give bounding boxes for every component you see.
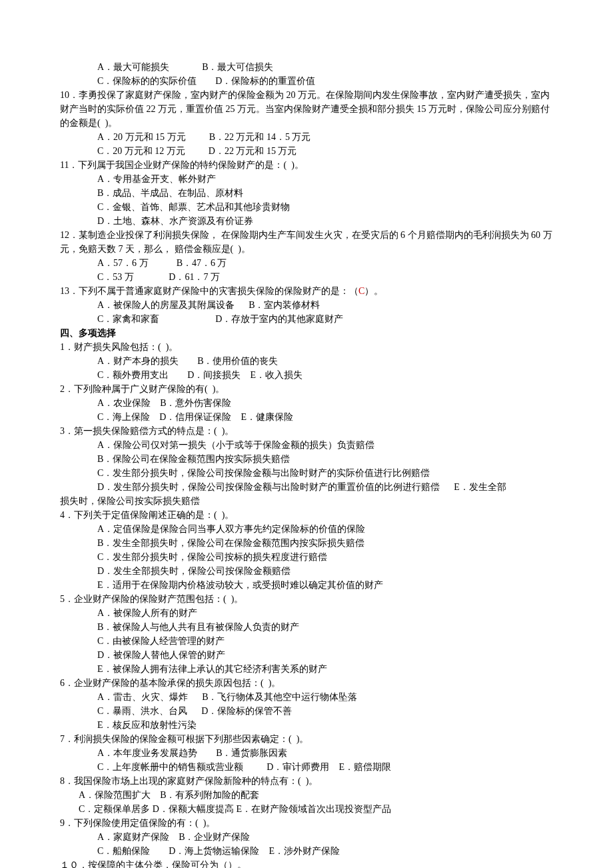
q10-opt-line1: A．20 万元和 15 万元 B．22 万元和 14．5 万元 — [60, 130, 553, 144]
q10-opt-line2: C．20 万元和 12 万元 D．22 万元和 15 万元 — [60, 144, 553, 158]
m3-opt-c: C．发生部分损失时，保险公司按保险金额与出险时财产的实际价值进行比例赔偿 — [60, 466, 553, 480]
m7-opt-line1: A．本年度业务发展趋势 B．通货膨胀因素 — [60, 746, 553, 760]
m5-opt-e: E．被保险人拥有法律上承认的其它经济利害关系的财产 — [60, 662, 553, 676]
m6-stem: 6．企业财产保险的基本险承保的损失原因包括：( )。 — [60, 676, 553, 690]
m2-opt-line1: A．农业保险 B．意外伤害保险 — [60, 396, 553, 410]
m9-opt-line2: C．船舶保险 D．海上货物运输保险 E．涉外财产保险 — [60, 844, 553, 858]
m4-opt-c: C．发生部分损失时，保险公司按标的损失程度进行赔偿 — [60, 550, 553, 564]
m6-opt-line2: C．暴雨、洪水、台风 D．保险标的保管不善 — [60, 704, 553, 718]
m2-opt-line2: C．海上保险 D．信用保证保险 E．健康保险 — [60, 410, 553, 424]
m3-stem: 3．第一损失保险赔偿方式的特点是：( )。 — [60, 424, 553, 438]
m5-opt-c: C．由被保险人经营管理的财产 — [60, 634, 553, 648]
m9-stem: 9．下列保险使用定值保险的有：( )。 — [60, 816, 553, 830]
m6-opt-line1: A．雷击、火灾、爆炸 B．飞行物体及其他空中运行物体坠落 — [60, 690, 553, 704]
section4-heading: 四、多项选择 — [60, 326, 553, 340]
q10-stem: 10．李勇投保了家庭财产保险，室内财产的保险金额为 20 万元。在保险期间内发生… — [60, 88, 553, 130]
m4-opt-d: D．发生全部损失时，保险公司按保险金额赔偿 — [60, 564, 553, 578]
m1-stem: 1．财产损失风险包括：( )。 — [60, 340, 553, 354]
m5-opt-a: A．被保险人所有的财产 — [60, 606, 553, 620]
m9-opt-line1: A．家庭财产保险 B．企业财产保险 — [60, 830, 553, 844]
m7-stem: 7．利润损失保险的保险金额可根据下列那些因素确定：( )。 — [60, 732, 553, 746]
q9-opt-line1: A．最大可能损失 B．最大可信损失 — [60, 60, 553, 74]
m4-opt-a: A．定值保险是保险合同当事人双方事先约定保险标的价值的保险 — [60, 522, 553, 536]
m4-opt-b: B．发生全部损失时，保险公司在保险金额范围内按实际损失赔偿 — [60, 536, 553, 550]
q11-stem: 11．下列属于我国企业财产保险的特约保险财产的是：( )。 — [60, 158, 553, 172]
m1-opt-line2: C．额外费用支出 D．间接损失 E．收入损失 — [60, 368, 553, 382]
m8-opt-line1: A．保险范围扩大 B．有系列附加险的配套 — [60, 788, 553, 802]
q11-opt-a: A．专用基金开支、帐外财产 — [60, 172, 553, 186]
m3-opt-e-tail: 损失时，保险公司按实际损失赔偿 — [60, 494, 553, 508]
m4-opt-e: E．适用于在保险期内价格波动较大，或受损时难以确定其价值的财产 — [60, 578, 553, 592]
m8-stem: 8．我国保险市场上出现的家庭财产保险新险种的特点有：( )。 — [60, 774, 553, 788]
q13-stem: 13．下列不属于普通家庭财产保险中的灾害损失保险的保险财产的是：（C）。 — [60, 284, 553, 298]
q13-opt-line2: C．家禽和家畜 D．存放于室内的其他家庭财产 — [60, 312, 553, 326]
m7-opt-line2: C．上年度帐册中的销售额或营业额 D．审计师费用 E．赔偿期限 — [60, 760, 553, 774]
m3-opt-a: A．保险公司仅对第一损失（小于或等于保险金额的损失）负责赔偿 — [60, 438, 553, 452]
q11-opt-c: C．金银、首饰、邮票、艺术品和其他珍贵财物 — [60, 200, 553, 214]
m10-stem: １０．按保障的主体分类，保险可分为（）。 — [60, 858, 553, 868]
q11-opt-d: D．土地、森林、水产资源及有价证券 — [60, 214, 553, 228]
m5-opt-d: D．被保险人替他人保管的财产 — [60, 648, 553, 662]
q12-opt-line2: C．53 万 D．61．7 万 — [60, 270, 553, 284]
q11-opt-b: B．成品、半成品、在制品、原材料 — [60, 186, 553, 200]
m6-opt-e: E．核反应和放射性污染 — [60, 718, 553, 732]
q12-stem: 12．某制造企业投保了利润损失保险， 在保险期内生产车间发生火灾，在受灾后的 6… — [60, 228, 553, 256]
q12-opt-line1: A．57．6 万 B．47．6 万 — [60, 256, 553, 270]
m1-opt-line1: A．财产本身的损失 B．使用价值的丧失 — [60, 354, 553, 368]
q13-opt-line1: A．被保险人的房屋及其附属设备 B．室内装修材料 — [60, 298, 553, 312]
q13-answer-mark: C — [358, 286, 364, 296]
m3-opt-b: B．保险公司在保险金额范围内按实际损失赔偿 — [60, 452, 553, 466]
m2-stem: 2．下列险种属于广义财产保险的有( )。 — [60, 382, 553, 396]
m3-opt-d-line: D．发生部分损失时，保险公司按保险金额与出险时财产的重置价值的比例进行赔偿 E．… — [60, 480, 553, 494]
m5-opt-b: B．被保险人与他人共有且有被保险人负责的财产 — [60, 620, 553, 634]
m5-stem: 5．企业财产保险的保险财产范围包括：( )。 — [60, 592, 553, 606]
q9-opt-line2: C．保险标的的实际价值 D．保险标的的重置价值 — [60, 74, 553, 88]
m4-stem: 4．下列关于定值保险阐述正确的是：( )。 — [60, 508, 553, 522]
m8-opt-line2: C．定额保单居多 D．保额大幅度提高 E．在财产险领域首次出现投资型产品 — [60, 802, 553, 816]
